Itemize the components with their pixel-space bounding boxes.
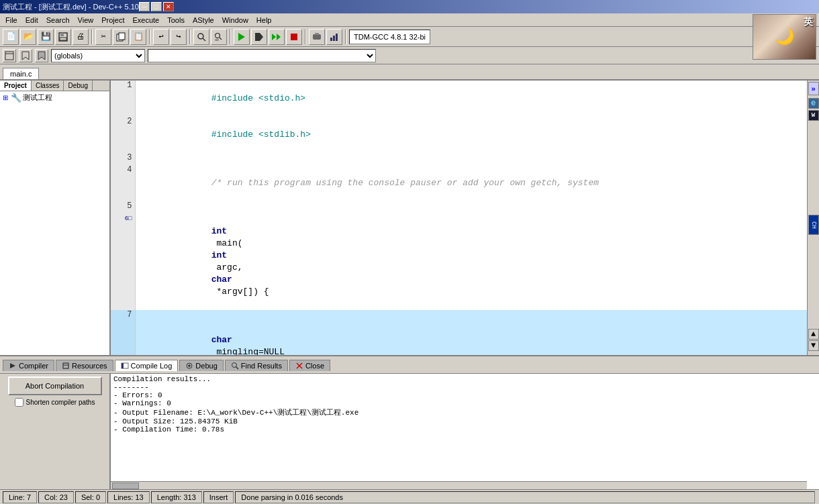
copy-button[interactable] xyxy=(113,29,129,45)
svg-rect-19 xyxy=(333,36,335,41)
bottom-tab-debug[interactable]: Debug xyxy=(179,360,223,371)
up-arrow-btn[interactable]: ▲ xyxy=(808,329,819,340)
code-text xyxy=(211,323,232,333)
code-text: char xyxy=(211,335,232,345)
output-line: - Errors: 0 xyxy=(113,391,816,399)
table-row: 6□ int main( int argc, char *argv[]) { xyxy=(111,213,807,310)
right-controls: ▲ ▼ xyxy=(808,329,819,354)
code-line[interactable]: #include <stdlib.h> xyxy=(135,117,807,153)
replace-button[interactable]: ab xyxy=(211,29,227,45)
minimize-button[interactable]: ─ xyxy=(139,2,150,11)
code-line[interactable]: char mingling=NULL s[]="string"; 字符串初始化 xyxy=(135,310,807,355)
status-sel: Sel: 0 xyxy=(75,491,106,503)
svg-rect-18 xyxy=(330,38,332,41)
down-arrow-btn[interactable]: ▼ xyxy=(808,340,819,351)
code-line[interactable]: int main( int argc, char *argv[]) { xyxy=(135,213,807,310)
saveall-button[interactable] xyxy=(55,29,71,45)
run-button[interactable] xyxy=(251,29,267,45)
code-text: int xyxy=(211,226,227,236)
open-button[interactable]: 📂 xyxy=(20,29,36,45)
find-button[interactable] xyxy=(193,29,209,45)
symbol-selector[interactable] xyxy=(148,49,376,62)
maximize-button[interactable]: □ xyxy=(151,2,162,11)
panel-tab-debug[interactable]: Debug xyxy=(64,81,92,91)
output-scroll-thumb[interactable] xyxy=(112,483,139,489)
code-line[interactable]: /* run this program using the console pa… xyxy=(135,165,807,201)
word-icon[interactable]: W xyxy=(808,110,819,121)
sep5 xyxy=(305,30,306,44)
code-editor[interactable]: 1 #include <stdio.h> 2 #include <stdlib.… xyxy=(111,81,807,355)
svg-marker-24 xyxy=(38,52,45,60)
compiler-selector[interactable]: TDM-GCC 4.8.1 32-bi xyxy=(349,30,430,44)
undo-button[interactable]: ↩ xyxy=(153,29,169,45)
bottom-tab-bar: Compiler Resources Compile Log Debug Fin… xyxy=(0,356,819,374)
bottom-left-controls: Abort Compilation Shorten compiler paths xyxy=(0,374,111,489)
menu-bar: File Edit Search View Project Execute To… xyxy=(0,13,819,27)
code-line[interactable] xyxy=(135,153,807,165)
bookmark2-btn[interactable] xyxy=(35,49,48,62)
code-text: int xyxy=(211,250,227,260)
bottom-tab-close[interactable]: Close xyxy=(289,360,330,371)
save-button[interactable]: 💾 xyxy=(38,29,54,45)
tab-main-c[interactable]: main.c xyxy=(3,68,39,79)
panel-tab-project[interactable]: Project xyxy=(0,81,32,91)
close-button[interactable]: ✕ xyxy=(163,2,174,11)
panel-tabs: Project Classes Debug xyxy=(0,81,109,91)
cut-button[interactable]: ✂ xyxy=(95,29,111,45)
panel-tab-classes[interactable]: Classes xyxy=(32,81,64,91)
scope-selector[interactable]: (globals) xyxy=(51,49,145,62)
svg-text:ab: ab xyxy=(215,38,219,42)
menu-help[interactable]: Help xyxy=(252,15,276,26)
svg-point-33 xyxy=(232,363,236,368)
stop-button[interactable] xyxy=(286,29,302,45)
menu-file[interactable]: File xyxy=(1,15,21,26)
redo-button[interactable]: ↪ xyxy=(171,29,187,45)
tree-root[interactable]: ⊞ 🔧 测试工程 xyxy=(0,91,109,104)
line-number: 2 xyxy=(111,117,135,153)
menu-window[interactable]: Window xyxy=(218,15,252,26)
code-text: /* run this program using the console pa… xyxy=(211,178,599,188)
compilerun-button[interactable] xyxy=(269,29,285,45)
output-line: - Warnings: 0 xyxy=(113,399,816,407)
table-row: 7 char mingling=NULL s[]="string"; 字符串初始… xyxy=(111,310,807,355)
profile-button[interactable] xyxy=(326,29,342,45)
code-text: argc, xyxy=(211,262,248,272)
table-row: 1 #include <stdio.h> xyxy=(111,81,807,117)
bottom-tab-resources[interactable]: Resources xyxy=(56,360,113,371)
bottom-tab-compiler[interactable]: Compiler xyxy=(3,360,54,371)
bottom-tab-findresults[interactable]: Find Results xyxy=(225,360,288,371)
project-icon-btn[interactable] xyxy=(3,49,16,62)
menu-search[interactable]: Search xyxy=(42,15,74,26)
menu-view[interactable]: View xyxy=(74,15,98,26)
title-buttons[interactable]: ─ □ ✕ xyxy=(139,2,174,11)
output-line: Compilation results... xyxy=(113,375,816,383)
sep6 xyxy=(345,30,346,44)
bottom-tab-compilelog[interactable]: Compile Log xyxy=(115,360,179,371)
menu-project[interactable]: Project xyxy=(97,15,128,26)
abort-compilation-button[interactable]: Abort Compilation xyxy=(8,376,102,395)
svg-point-7 xyxy=(215,33,220,38)
debug-button[interactable] xyxy=(309,29,325,45)
bookmark-btn[interactable] xyxy=(19,49,32,62)
menu-execute[interactable]: Execute xyxy=(128,15,163,26)
table-row: 2 #include <stdlib.h> xyxy=(111,117,807,153)
svg-rect-17 xyxy=(315,33,319,35)
new-button[interactable]: 📄 xyxy=(3,29,19,45)
code-text: mingling=NULL xyxy=(211,347,290,355)
menu-edit[interactable]: Edit xyxy=(21,15,42,26)
paste-button[interactable]: 📋 xyxy=(130,29,146,45)
menu-astyle[interactable]: AStyle xyxy=(189,15,218,26)
shorten-paths-label[interactable]: Shorten compiler paths xyxy=(15,398,95,407)
ie-icon[interactable]: e xyxy=(808,98,819,109)
panel-toggle-btn1[interactable]: » xyxy=(808,82,819,95)
print-button[interactable]: 🖨 xyxy=(73,29,89,45)
shorten-paths-checkbox[interactable] xyxy=(15,398,23,407)
status-line: Line: 7 xyxy=(3,491,37,503)
menu-tools[interactable]: Tools xyxy=(163,15,189,26)
compile-button[interactable] xyxy=(234,29,250,45)
side-icon[interactable]: CH xyxy=(808,215,819,235)
code-line[interactable]: #include <stdio.h> xyxy=(135,81,807,117)
code-line[interactable] xyxy=(135,201,807,213)
output-h-scrollbar[interactable] xyxy=(111,481,807,489)
status-col: Col: 23 xyxy=(38,491,74,503)
